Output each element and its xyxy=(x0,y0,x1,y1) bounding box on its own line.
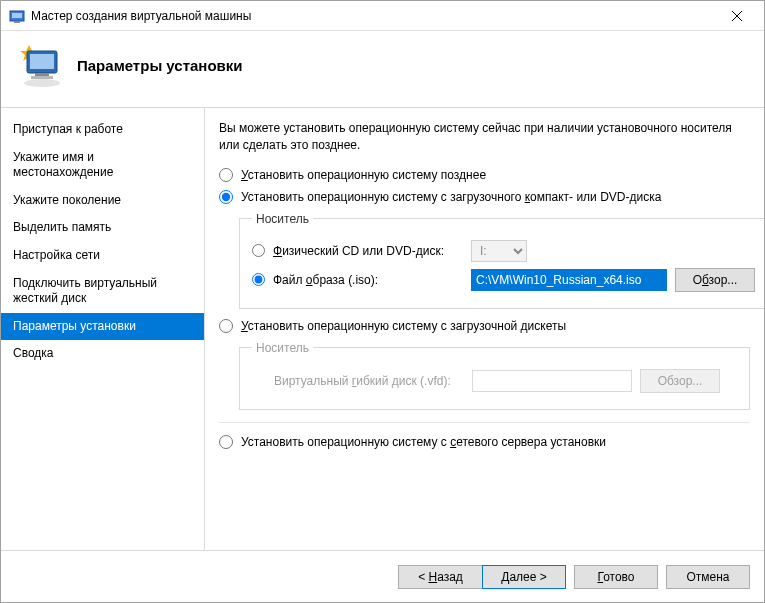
finish-button[interactable]: Готово xyxy=(574,565,658,589)
svg-point-8 xyxy=(24,79,60,87)
physical-disc-row[interactable]: Физический CD или DVD-диск: I: xyxy=(252,240,755,262)
nav-buttons: < Назад Далее > xyxy=(398,565,566,589)
iso-row[interactable]: Файл образа (.iso): Обзор... xyxy=(252,268,755,292)
back-button[interactable]: < Назад xyxy=(398,565,482,589)
radio-floppy-label: Установить операционную систему с загруз… xyxy=(241,319,566,333)
radio-network-input[interactable] xyxy=(219,435,233,449)
media-fieldset-cddvd: Носитель Физический CD или DVD-диск: I: … xyxy=(239,212,764,309)
radio-later-label: Установить операционную систему позднее xyxy=(241,168,486,182)
svg-rect-1 xyxy=(12,13,22,18)
radio-iso-input[interactable] xyxy=(252,273,265,286)
svg-rect-2 xyxy=(14,21,20,23)
sidebar-item-name[interactable]: Укажите имя и местонахождение xyxy=(1,144,204,187)
radio-floppy-input[interactable] xyxy=(219,319,233,333)
app-icon xyxy=(9,8,25,24)
drive-select[interactable]: I: xyxy=(471,240,527,262)
vfd-label: Виртуальный гибкий диск (.vfd): xyxy=(274,374,464,388)
main-panel: Вы можете установить операционную систем… xyxy=(205,108,764,550)
radio-physical-input[interactable] xyxy=(252,244,265,257)
iso-path-input[interactable] xyxy=(471,269,667,291)
radio-network-label: Установить операционную систему с сетево… xyxy=(241,435,606,449)
window-title: Мастер создания виртуальной машины xyxy=(31,9,714,23)
radio-install-later[interactable]: Установить операционную систему позднее xyxy=(219,168,750,182)
browse-iso-button[interactable]: Обзор... xyxy=(675,268,755,292)
browse-vfd-button: Обзор... xyxy=(640,369,720,393)
sidebar-item-summary[interactable]: Сводка xyxy=(1,340,204,368)
page-title: Параметры установки xyxy=(77,57,243,74)
radio-install-cddvd[interactable]: Установить операционную систему с загруз… xyxy=(219,190,750,204)
radio-cddvd-label: Установить операционную систему с загруз… xyxy=(241,190,661,204)
close-button[interactable] xyxy=(714,1,760,31)
radio-install-network[interactable]: Установить операционную систему с сетево… xyxy=(219,435,750,449)
wizard-body: Приступая к работе Укажите имя и местона… xyxy=(1,107,764,550)
sidebar-item-network[interactable]: Настройка сети xyxy=(1,242,204,270)
title-bar: Мастер создания виртуальной машины xyxy=(1,1,764,31)
sidebar-item-install[interactable]: Параметры установки xyxy=(1,313,204,341)
radio-install-floppy[interactable]: Установить операционную систему с загруз… xyxy=(219,319,750,333)
intro-text: Вы можете установить операционную систем… xyxy=(219,120,750,154)
cancel-button[interactable]: Отмена xyxy=(666,565,750,589)
svg-rect-6 xyxy=(35,73,49,76)
vfd-path-input xyxy=(472,370,632,392)
wizard-header: Параметры установки xyxy=(1,31,764,107)
radio-cddvd-input[interactable] xyxy=(219,190,233,204)
media-legend: Носитель xyxy=(252,212,313,226)
svg-rect-7 xyxy=(31,76,53,79)
close-icon xyxy=(732,11,742,21)
wizard-footer: < Назад Далее > Готово Отмена xyxy=(1,550,764,602)
physical-label: Физический CD или DVD-диск: xyxy=(273,244,463,258)
svg-rect-5 xyxy=(30,54,54,69)
radio-later-input[interactable] xyxy=(219,168,233,182)
media-legend-floppy: Носитель xyxy=(252,341,313,355)
iso-label: Файл образа (.iso): xyxy=(273,273,463,287)
sidebar-item-memory[interactable]: Выделить память xyxy=(1,214,204,242)
separator xyxy=(219,422,750,423)
sidebar-item-start[interactable]: Приступая к работе xyxy=(1,116,204,144)
sidebar: Приступая к работе Укажите имя и местона… xyxy=(1,108,205,550)
media-fieldset-floppy: Носитель Виртуальный гибкий диск (.vfd):… xyxy=(239,341,750,410)
next-button[interactable]: Далее > xyxy=(482,565,566,589)
sidebar-item-generation[interactable]: Укажите поколение xyxy=(1,187,204,215)
wizard-icon xyxy=(17,41,65,89)
vfd-row: Виртуальный гибкий диск (.vfd): Обзор... xyxy=(252,369,737,393)
sidebar-item-disk[interactable]: Подключить виртуальный жесткий диск xyxy=(1,270,204,313)
